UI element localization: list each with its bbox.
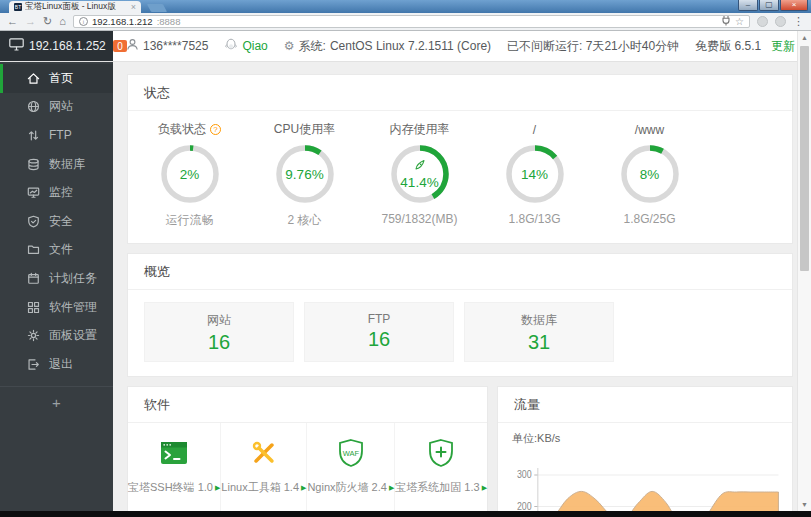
software-panel: 软件 宝塔SSH终端 1.0▶Linux工具箱 1.4▶WAFNginx防火墙 … [127, 386, 488, 511]
overview-box-网站[interactable]: 网站16 [144, 302, 294, 362]
sidebar-item-files[interactable]: 文件 [0, 236, 113, 265]
overview-box-FTP[interactable]: FTP16 [304, 302, 454, 362]
sidebar-item-site[interactable]: 网站 [0, 93, 113, 122]
logout-icon [27, 358, 40, 371]
software-grid: 宝塔SSH终端 1.0▶Linux工具箱 1.4▶WAFNginx防火墙 2.4… [128, 423, 487, 511]
gauge-donut: 14% [504, 143, 566, 205]
apps-icon [27, 301, 40, 314]
sidebar-item-label: 退出 [49, 356, 73, 373]
help-icon[interactable]: ? [210, 124, 221, 135]
close-button[interactable]: × [780, 0, 808, 11]
play-icon: ▶ [215, 484, 220, 491]
uptime-text: 已不间断运行: 7天21小时40分钟 [507, 38, 679, 55]
status-gauge: 内存使用率41.4%759/1832(MB) [362, 123, 477, 229]
minimize-button[interactable]: – [738, 0, 758, 11]
overview-box-数据库[interactable]: 数据库31 [464, 302, 614, 362]
scroll-up-arrow-icon[interactable]: ▲ [798, 31, 811, 44]
browser-menu-icon[interactable]: ⋮ [793, 16, 804, 27]
software-tile[interactable]: Linux工具箱 1.4▶ [221, 423, 307, 511]
sidebar-item-database[interactable]: 数据库 [0, 150, 113, 179]
system-label: 系统: [299, 38, 326, 55]
overview-panel: 概览 网站16FTP16数据库31 [127, 253, 793, 377]
gauge-subtext: 1.8G/13G [477, 212, 592, 226]
sidebar-item-home[interactable]: 首页 [0, 64, 113, 93]
settings-icon [27, 329, 40, 342]
database-icon [27, 158, 40, 171]
traffic-unit-label: 单位:KB/s [512, 431, 782, 446]
sidebar-item-soft[interactable]: 软件管理 [0, 293, 113, 322]
gauge-subtext: 运行流畅 [132, 212, 247, 229]
address-bar[interactable]: i 192.168.1.212 :8888 ☆ [73, 15, 750, 28]
reload-icon[interactable]: ↻ [43, 16, 52, 27]
gauge-value: 9.76% [285, 167, 323, 182]
sidebar-item-logout[interactable]: 退出 [0, 350, 113, 379]
page-info-icon[interactable]: i [79, 17, 88, 26]
status-gauges: 负载状态?2%运行流畅CPU使用率9.76%2 核心内存使用率41.4%759/… [128, 111, 792, 243]
overview-label: 数据库 [465, 312, 613, 329]
gauge-donut: 9.76% [274, 143, 336, 205]
terminal-icon [159, 438, 189, 468]
globe-icon [27, 100, 40, 113]
home-icon[interactable]: ⌂ [59, 16, 66, 27]
software-tile[interactable]: 宝塔SSH终端 1.0▶ [128, 423, 221, 511]
tools-icon [249, 438, 279, 468]
sidebar-item-security[interactable]: 安全 [0, 207, 113, 236]
software-panel-title: 软件 [128, 387, 487, 423]
user-icon [126, 38, 139, 54]
sidebar-item-label: 首页 [49, 70, 73, 87]
status-gauge: 负载状态?2%运行流畅 [132, 123, 247, 229]
shield-plus-icon [426, 438, 456, 468]
sidebar-item-label: 网站 [49, 98, 73, 115]
sidebar-item-monitor[interactable]: 监控 [0, 178, 113, 207]
new-tab-button[interactable] [147, 4, 167, 12]
sidebar-item-ftp[interactable]: FTP [0, 121, 113, 150]
extension-icon[interactable] [757, 16, 768, 27]
scroll-down-arrow-icon[interactable]: ▼ [798, 498, 811, 511]
svg-text:300: 300 [517, 469, 532, 481]
maximize-button[interactable]: ▢ [759, 0, 779, 11]
traffic-body: 单位:KB/s 100200300 [498, 423, 792, 511]
play-icon: ▶ [482, 484, 487, 491]
qq-contact-link[interactable]: Qiao [224, 38, 267, 54]
gauge-label: 内存使用率 [390, 121, 450, 138]
plugin-icon[interactable] [721, 15, 731, 28]
software-tile[interactable]: 宝塔系统加固 1.3▶ [395, 423, 487, 511]
play-icon: ▶ [301, 484, 306, 491]
software-label: 宝塔SSH终端 1.0 [128, 480, 213, 495]
tab-close-icon[interactable]: × [131, 3, 136, 12]
server-ip-block: 192.168.1.252 0 [0, 31, 113, 61]
software-label: 宝塔系统加固 1.3 [395, 480, 479, 495]
scrollbar-thumb[interactable] [800, 46, 809, 271]
status-gauge: CPU使用率9.76%2 核心 [247, 123, 362, 229]
screen: BT 宝塔Linux面板 - Linux版 × – ▢ × ← → ↻ ⌂ i … [0, 0, 811, 517]
transfer-icon [27, 129, 40, 142]
sidebar-add-button[interactable]: + [0, 387, 113, 418]
sidebar-item-label: 数据库 [49, 156, 85, 173]
overview-panel-title: 概览 [128, 254, 792, 290]
bookmark-star-icon[interactable]: ☆ [735, 17, 744, 27]
qq-icon [224, 38, 238, 54]
page-scrollbar[interactable]: ▲ ▼ [797, 31, 811, 511]
system-value: CentOS Linux 7.2.1511 (Core) [330, 39, 491, 53]
rocket-icon [414, 159, 426, 174]
back-icon[interactable]: ← [7, 16, 18, 27]
extension-icon[interactable] [775, 16, 786, 27]
main-content: 状态 负载状态?2%运行流畅CPU使用率9.76%2 核心内存使用率41.4%7… [113, 62, 797, 511]
browser-tab[interactable]: BT 宝塔Linux面板 - Linux版 × [9, 1, 141, 13]
forward-icon[interactable]: → [25, 16, 36, 27]
sidebar-menu: 首页网站FTP数据库监控安全文件计划任务软件管理面板设置退出 [0, 62, 113, 379]
folder-icon [27, 243, 40, 256]
sidebar-item-crontab[interactable]: 计划任务 [0, 264, 113, 293]
url-port: :8888 [157, 16, 181, 27]
status-gauge: /14%1.8G/13G [477, 123, 592, 229]
account-phone[interactable]: 136****7525 [126, 38, 208, 54]
sidebar-item-config[interactable]: 面板设置 [0, 321, 113, 350]
update-link[interactable]: 更新 [771, 38, 795, 55]
bottom-row: 软件 宝塔SSH终端 1.0▶Linux工具箱 1.4▶WAFNginx防火墙 … [127, 386, 793, 511]
shield-icon [27, 215, 40, 228]
browser-titlebar: BT 宝塔Linux面板 - Linux版 × – ▢ × [0, 0, 811, 13]
monitor-icon [9, 38, 24, 54]
gauge-donut: 2% [159, 143, 221, 205]
gauge-label: 负载状态 [158, 121, 206, 138]
software-tile[interactable]: WAFNginx防火墙 2.4▶ [307, 423, 395, 511]
